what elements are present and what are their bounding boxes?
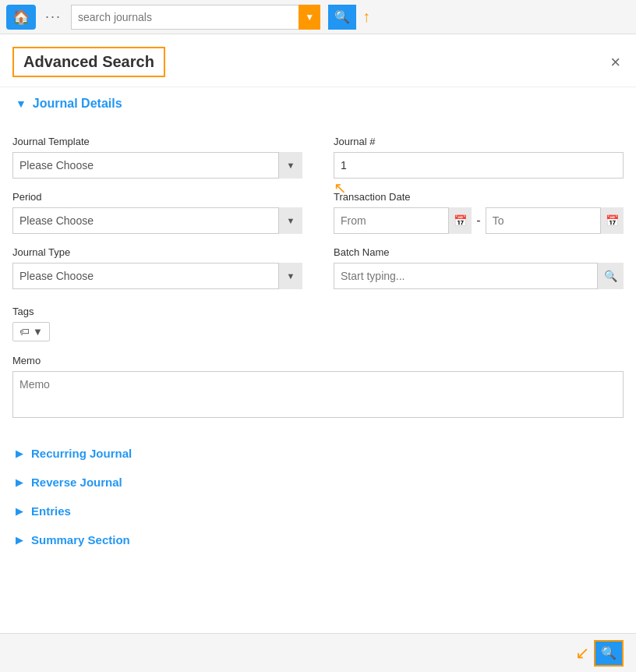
batch-search-button[interactable]: 🔍 xyxy=(597,263,624,289)
bottom-arrow-indicator: ↙ xyxy=(575,643,589,663)
date-separator: - xyxy=(476,214,480,228)
tags-label: Tags xyxy=(12,306,34,317)
tags-section: Tags 🏷 ▼ xyxy=(0,305,636,354)
journal-details-header[interactable]: ▼ Journal Details xyxy=(16,97,620,111)
recurring-journal-section[interactable]: ▶ Recurring Journal xyxy=(16,439,620,468)
bottom-bar: ↙ 🔍 xyxy=(0,633,636,672)
calendar-to-icon[interactable]: 📅 xyxy=(600,207,624,234)
journal-template-select[interactable]: Please Choose xyxy=(12,152,302,179)
collapsible-sections-list: ▶ Recurring Journal ▶ Reverse Journal ▶ … xyxy=(0,439,636,554)
journal-template-select-wrapper: Please Choose ▼ xyxy=(12,152,302,179)
form-grid: Journal Template Please Choose ▼ Journal… xyxy=(0,136,636,305)
transaction-date-label: Transaction Date xyxy=(334,191,624,203)
transaction-date-group: Transaction Date 📅 - 📅 xyxy=(334,191,624,234)
bottom-search-icon: 🔍 xyxy=(601,645,617,660)
reverse-journal-label: Reverse Journal xyxy=(31,476,122,489)
search-icon: 🔍 xyxy=(334,9,350,24)
batch-name-input-wrap: 🔍 xyxy=(334,263,624,289)
date-to-wrap: 📅 xyxy=(486,207,624,234)
section-title: Journal Details xyxy=(33,97,122,111)
main-content: Advanced Search × ▼ Journal Details Jour… xyxy=(0,34,636,672)
search-input[interactable] xyxy=(71,5,299,30)
recurring-journal-label: Recurring Journal xyxy=(31,447,132,460)
advanced-search-header: Advanced Search × xyxy=(0,34,636,87)
search-bar-container: ▼ xyxy=(71,5,320,30)
journal-details-section: ▼ Journal Details xyxy=(0,87,636,136)
journal-type-select-wrapper: Please Choose ▼ xyxy=(12,263,302,289)
reverse-journal-section[interactable]: ▶ Reverse Journal xyxy=(16,468,620,497)
batch-name-group: Batch Name 🔍 xyxy=(334,246,624,289)
more-options-button[interactable]: ··· xyxy=(42,9,65,25)
date-from-wrap: 📅 xyxy=(334,207,472,234)
memo-input-area xyxy=(12,371,624,420)
journal-number-group: Journal # ↖ xyxy=(334,136,624,179)
advanced-search-title: Advanced Search xyxy=(12,47,165,77)
home-button[interactable]: 🏠 xyxy=(6,5,36,30)
summary-section[interactable]: ▶ Summary Section xyxy=(16,525,620,554)
dots-icon: ··· xyxy=(45,9,62,24)
memo-section: Memo xyxy=(0,354,636,439)
dropdown-arrow-indicator: ↑ xyxy=(362,8,370,26)
close-button[interactable]: × xyxy=(610,54,620,71)
tag-icon: 🏷 xyxy=(19,326,30,338)
recurring-journal-arrow: ▶ xyxy=(16,447,23,459)
entries-label: Entries xyxy=(31,504,71,518)
journal-type-select[interactable]: Please Choose xyxy=(12,263,302,289)
search-dropdown-button[interactable]: ▼ xyxy=(299,5,320,30)
top-bar: 🏠 ··· ▼ 🔍 ↑ xyxy=(0,0,636,34)
journal-type-group: Journal Type Please Choose ▼ xyxy=(12,246,302,289)
memo-textarea[interactable] xyxy=(12,371,624,418)
section-expand-arrow: ▼ xyxy=(16,97,26,110)
bottom-search-button[interactable]: 🔍 xyxy=(594,640,624,667)
journal-type-label: Journal Type xyxy=(12,246,302,258)
tags-button[interactable]: 🏷 ▼ xyxy=(12,322,50,341)
summary-arrow: ▶ xyxy=(16,534,23,546)
period-label: Period xyxy=(12,191,302,203)
date-range: 📅 - 📅 xyxy=(334,207,624,234)
period-group: Period Please Choose ▼ xyxy=(12,191,302,234)
search-go-button[interactable]: 🔍 xyxy=(328,5,356,30)
tag-dropdown-arrow: ▼ xyxy=(33,326,43,338)
dropdown-arrow-icon: ▼ xyxy=(305,12,314,23)
period-select[interactable]: Please Choose xyxy=(12,207,302,234)
reverse-journal-arrow: ▶ xyxy=(16,476,23,488)
home-icon: 🏠 xyxy=(12,9,30,26)
tags-button-area: 🏷 ▼ xyxy=(12,322,624,341)
journal-number-input[interactable] xyxy=(334,152,624,179)
summary-label: Summary Section xyxy=(31,533,130,546)
entries-arrow: ▶ xyxy=(16,505,23,517)
period-select-wrapper: Please Choose ▼ xyxy=(12,207,302,234)
batch-search-icon: 🔍 xyxy=(604,270,617,282)
batch-name-input[interactable] xyxy=(334,263,624,289)
calendar-from-icon[interactable]: 📅 xyxy=(448,207,472,234)
journal-template-label: Journal Template xyxy=(12,136,302,147)
journal-number-label: Journal # xyxy=(334,136,624,147)
journal-arrow-indicator: ↖ xyxy=(334,179,347,197)
entries-section[interactable]: ▶ Entries xyxy=(16,497,620,525)
batch-name-label: Batch Name xyxy=(334,246,624,258)
journal-template-group: Journal Template Please Choose ▼ xyxy=(12,136,302,179)
memo-label: Memo xyxy=(12,355,41,366)
